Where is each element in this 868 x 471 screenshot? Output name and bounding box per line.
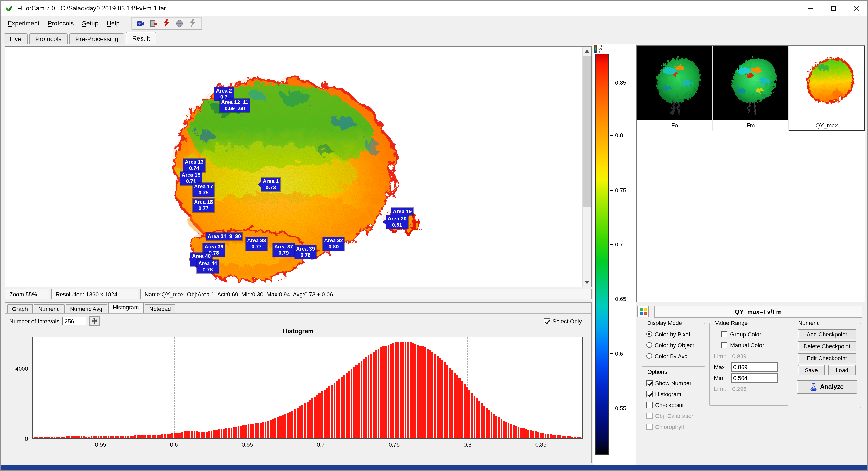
histogram-bar: [120, 436, 122, 438]
histogram-bar: [331, 385, 333, 438]
histogram-plot: [32, 337, 583, 439]
min-label: Min: [714, 375, 728, 381]
expand-button[interactable]: [89, 316, 100, 326]
checkbox-histogram[interactable]: Histogram: [642, 388, 705, 399]
scrollbar-thumb[interactable]: [583, 56, 591, 207]
add-checkpoint-button[interactable]: Add Checkpoint: [798, 329, 856, 339]
checkbox-show-number[interactable]: Show Number: [642, 377, 705, 388]
y-tick-label: 4000: [16, 366, 28, 372]
thumbnail-cell[interactable]: Fm: [713, 46, 789, 131]
area-label-area-13[interactable]: Area 130.74: [183, 159, 205, 172]
histogram-bar: [169, 434, 171, 438]
scroll-down-button[interactable]: [583, 278, 591, 287]
export-icon[interactable]: [149, 19, 158, 27]
area-label-area-31-9-30[interactable]: Area 31 9 30: [206, 233, 243, 240]
area-label-area-33[interactable]: Area 330.77: [246, 237, 268, 250]
histogram-bar: [577, 437, 579, 438]
area-label-area-37[interactable]: Area 370.79: [273, 243, 294, 257]
min-value-input[interactable]: [731, 373, 778, 382]
menu-help[interactable]: Help: [102, 18, 124, 29]
histogram-bar: [98, 436, 99, 438]
histogram-bar: [279, 416, 281, 438]
max-value-input[interactable]: [731, 362, 778, 371]
histogram-bar: [235, 427, 237, 438]
menu-setup[interactable]: Setup: [78, 18, 103, 29]
zoom-status[interactable]: Zoom 55%: [5, 289, 50, 299]
tab-numeric[interactable]: Numeric: [34, 304, 64, 313]
menu-protocols[interactable]: Protocols: [43, 18, 78, 29]
colorbar-tick-0-55: 0.55: [610, 405, 626, 411]
radio-icon: [646, 353, 652, 359]
histogram-bar: [63, 437, 65, 438]
tab-pre-processing[interactable]: Pre-Processing: [69, 33, 124, 44]
histogram-bar: [422, 346, 424, 438]
tab-graph[interactable]: Graph: [7, 304, 33, 313]
histogram-bar: [299, 406, 301, 438]
histogram-bar: [66, 436, 68, 438]
limit-lower-value: 0.296: [732, 385, 746, 392]
select-only-checkbox[interactable]: Select Only: [544, 318, 582, 324]
globe-icon[interactable]: [175, 19, 184, 27]
lightning-gray-icon[interactable]: [188, 19, 197, 27]
area-label-area-17[interactable]: Area 170.75: [192, 183, 214, 197]
analyze-button[interactable]: Analyze: [797, 380, 857, 394]
histogram-bar: [567, 436, 568, 438]
area-label-area-32[interactable]: Area 320.80: [323, 237, 344, 250]
edit-checkpoint-button[interactable]: Edit Checkpoint: [798, 353, 856, 363]
area-label-area-19[interactable]: Area 19: [391, 208, 413, 215]
lightning-red-icon[interactable]: [162, 19, 171, 27]
histogram-bar: [402, 341, 404, 438]
tab-histogram[interactable]: Histogram: [108, 303, 143, 313]
area-label-area-39[interactable]: Area 390.78: [294, 245, 316, 259]
tab-live[interactable]: Live: [4, 33, 28, 44]
checkbox-checkpoint[interactable]: Checkpoint: [642, 399, 705, 410]
histogram-bar: [208, 432, 210, 438]
radio-color-by-object[interactable]: Color by Object: [642, 339, 705, 350]
histogram-bar: [174, 433, 176, 438]
tab-numeric-avg[interactable]: Numeric Avg: [65, 304, 107, 313]
area-label-area-1[interactable]: Area 10.73: [261, 178, 280, 191]
tab-protocols[interactable]: Protocols: [29, 33, 68, 44]
intervals-label: Number of Intervals: [9, 318, 59, 324]
histogram-bar: [277, 417, 279, 438]
maximize-button[interactable]: [822, 1, 845, 16]
radio-color-by-avg[interactable]: Color By Avg: [642, 350, 705, 361]
chart-area: 04000 0.550.60.650.70.750.80.85: [32, 337, 583, 439]
delete-checkpoint-button[interactable]: Delete Checkpoint: [798, 341, 856, 351]
thumbnail-cell[interactable]: Fo: [637, 46, 713, 131]
save-button[interactable]: Save: [798, 365, 825, 375]
histogram-bar: [218, 430, 220, 438]
minimize-button[interactable]: [799, 1, 822, 16]
histogram-bar: [287, 413, 288, 438]
group-color-checkbox[interactable]: Group Color: [710, 329, 788, 339]
histogram-bar: [157, 435, 158, 438]
histogram-bar: [382, 346, 384, 438]
tab-result[interactable]: Result: [126, 32, 156, 44]
manual-color-checkbox[interactable]: Manual Color: [710, 339, 788, 350]
load-button[interactable]: Load: [829, 365, 856, 375]
camera-icon[interactable]: [136, 19, 145, 27]
color-scale-bar[interactable]: [595, 54, 609, 455]
radio-color-by-pixel[interactable]: Color by Pixel: [642, 329, 705, 339]
scroll-up-button[interactable]: [583, 47, 591, 56]
intervals-input[interactable]: [62, 316, 86, 326]
thumbnail-cell[interactable]: QY_max: [789, 46, 865, 131]
histogram-bar: [220, 429, 222, 438]
histogram-bar: [100, 436, 102, 438]
histogram-bar: [466, 387, 468, 438]
histogram-bar: [181, 432, 183, 438]
options-title: Options: [646, 369, 669, 375]
histogram-bar: [495, 416, 497, 438]
area-label-area-18[interactable]: Area 180.77: [192, 199, 214, 212]
bottom-strip: [1, 465, 867, 471]
tab-notepad[interactable]: Notepad: [145, 304, 176, 313]
area-label-area-44[interactable]: Area 440.78: [197, 260, 219, 273]
area-label-area-12-11[interactable]: Area 12 110.69 .68: [220, 99, 250, 112]
palette-icon[interactable]: [638, 306, 649, 317]
area-label-area-20[interactable]: Area 200.81: [386, 215, 408, 229]
close-button[interactable]: [845, 1, 867, 16]
menu-experiment[interactable]: Experiment: [4, 18, 43, 29]
colorbar-tick-0-7: 0.7: [610, 241, 623, 248]
histogram-bar: [186, 431, 188, 438]
image-vertical-scrollbar[interactable]: [582, 47, 591, 287]
